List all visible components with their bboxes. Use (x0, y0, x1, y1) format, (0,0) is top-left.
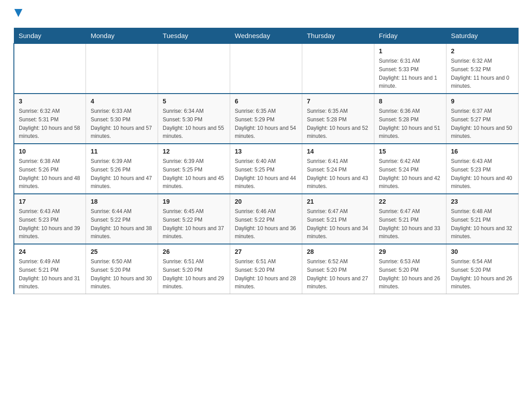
calendar-cell: 2Sunrise: 6:32 AM Sunset: 5:32 PM Daylig… (446, 43, 519, 94)
day-info: Sunrise: 6:47 AM Sunset: 5:21 PM Dayligh… (307, 208, 368, 240)
calendar-cell: 10Sunrise: 6:38 AM Sunset: 5:26 PM Dayli… (14, 144, 86, 194)
calendar-week-row: 10Sunrise: 6:38 AM Sunset: 5:26 PM Dayli… (14, 144, 519, 194)
calendar-cell: 8Sunrise: 6:36 AM Sunset: 5:28 PM Daylig… (374, 94, 446, 144)
day-info: Sunrise: 6:50 AM Sunset: 5:20 PM Dayligh… (90, 258, 152, 290)
calendar-cell: 23Sunrise: 6:48 AM Sunset: 5:21 PM Dayli… (446, 194, 519, 244)
calendar-cell: 27Sunrise: 6:51 AM Sunset: 5:20 PM Dayli… (230, 244, 302, 294)
calendar-table: SundayMondayTuesdayWednesdayThursdayFrid… (13, 28, 519, 294)
day-number: 5 (163, 97, 225, 106)
logo-triangle-icon (14, 9, 22, 17)
day-info: Sunrise: 6:40 AM Sunset: 5:25 PM Dayligh… (235, 158, 296, 189)
day-info: Sunrise: 6:36 AM Sunset: 5:28 PM Dayligh… (379, 108, 440, 139)
day-number: 8 (379, 97, 442, 106)
day-info: Sunrise: 6:39 AM Sunset: 5:26 PM Dayligh… (90, 158, 152, 189)
calendar-cell: 6Sunrise: 6:35 AM Sunset: 5:29 PM Daylig… (230, 94, 302, 144)
calendar-cell: 15Sunrise: 6:42 AM Sunset: 5:24 PM Dayli… (374, 144, 446, 194)
day-number: 26 (163, 247, 225, 257)
calendar-cell: 24Sunrise: 6:49 AM Sunset: 5:21 PM Dayli… (14, 244, 86, 294)
day-number: 13 (235, 147, 297, 156)
page-header (13, 9, 519, 19)
calendar-week-row: 17Sunrise: 6:43 AM Sunset: 5:23 PM Dayli… (14, 194, 519, 244)
day-info: Sunrise: 6:51 AM Sunset: 5:20 PM Dayligh… (163, 258, 224, 290)
calendar-cell: 28Sunrise: 6:52 AM Sunset: 5:20 PM Dayli… (302, 244, 374, 294)
day-number: 1 (379, 47, 442, 56)
calendar-cell: 5Sunrise: 6:34 AM Sunset: 5:30 PM Daylig… (158, 94, 230, 144)
calendar-cell: 29Sunrise: 6:53 AM Sunset: 5:20 PM Dayli… (374, 244, 446, 294)
calendar-cell: 20Sunrise: 6:46 AM Sunset: 5:22 PM Dayli… (230, 194, 302, 244)
calendar-cell: 30Sunrise: 6:54 AM Sunset: 5:20 PM Dayli… (446, 244, 519, 294)
calendar-cell (14, 43, 86, 94)
calendar-cell: 1Sunrise: 6:31 AM Sunset: 5:33 PM Daylig… (374, 43, 446, 94)
calendar-cell: 19Sunrise: 6:45 AM Sunset: 5:22 PM Dayli… (158, 194, 230, 244)
day-info: Sunrise: 6:35 AM Sunset: 5:29 PM Dayligh… (235, 108, 296, 139)
calendar-cell: 9Sunrise: 6:37 AM Sunset: 5:27 PM Daylig… (446, 94, 519, 144)
day-info: Sunrise: 6:53 AM Sunset: 5:20 PM Dayligh… (379, 258, 440, 290)
logo (13, 9, 22, 19)
calendar-cell: 17Sunrise: 6:43 AM Sunset: 5:23 PM Dayli… (14, 194, 86, 244)
column-header-thursday: Thursday (302, 28, 374, 44)
calendar-cell: 14Sunrise: 6:41 AM Sunset: 5:24 PM Dayli… (302, 144, 374, 194)
day-number: 20 (235, 197, 297, 206)
calendar-week-row: 3Sunrise: 6:32 AM Sunset: 5:31 PM Daylig… (14, 94, 519, 144)
svg-marker-0 (14, 9, 22, 17)
day-number: 12 (163, 147, 225, 156)
calendar-cell: 12Sunrise: 6:39 AM Sunset: 5:25 PM Dayli… (158, 144, 230, 194)
day-number: 14 (307, 147, 369, 156)
day-number: 28 (307, 247, 369, 257)
day-info: Sunrise: 6:49 AM Sunset: 5:21 PM Dayligh… (19, 258, 80, 290)
day-info: Sunrise: 6:34 AM Sunset: 5:30 PM Dayligh… (163, 108, 224, 139)
day-info: Sunrise: 6:42 AM Sunset: 5:24 PM Dayligh… (379, 158, 440, 189)
day-number: 15 (379, 147, 442, 156)
day-number: 19 (163, 197, 225, 206)
day-info: Sunrise: 6:41 AM Sunset: 5:24 PM Dayligh… (307, 158, 368, 189)
day-number: 11 (90, 147, 153, 156)
day-info: Sunrise: 6:38 AM Sunset: 5:26 PM Dayligh… (19, 158, 80, 189)
day-info: Sunrise: 6:37 AM Sunset: 5:27 PM Dayligh… (451, 108, 512, 139)
calendar-cell: 25Sunrise: 6:50 AM Sunset: 5:20 PM Dayli… (86, 244, 158, 294)
calendar-cell: 18Sunrise: 6:44 AM Sunset: 5:22 PM Dayli… (86, 194, 158, 244)
day-number: 16 (451, 147, 514, 156)
day-number: 22 (379, 197, 442, 206)
day-info: Sunrise: 6:43 AM Sunset: 5:23 PM Dayligh… (451, 158, 512, 189)
calendar-cell: 3Sunrise: 6:32 AM Sunset: 5:31 PM Daylig… (14, 94, 86, 144)
day-info: Sunrise: 6:33 AM Sunset: 5:30 PM Dayligh… (90, 108, 152, 139)
calendar-cell (230, 43, 302, 94)
day-info: Sunrise: 6:32 AM Sunset: 5:31 PM Dayligh… (19, 108, 80, 139)
column-header-monday: Monday (86, 28, 158, 44)
day-info: Sunrise: 6:35 AM Sunset: 5:28 PM Dayligh… (307, 108, 368, 139)
day-number: 18 (90, 197, 153, 206)
day-info: Sunrise: 6:47 AM Sunset: 5:21 PM Dayligh… (379, 208, 440, 240)
column-header-sunday: Sunday (14, 28, 86, 44)
day-info: Sunrise: 6:32 AM Sunset: 5:32 PM Dayligh… (451, 58, 509, 89)
calendar-cell: 26Sunrise: 6:51 AM Sunset: 5:20 PM Dayli… (158, 244, 230, 294)
day-info: Sunrise: 6:51 AM Sunset: 5:20 PM Dayligh… (235, 258, 296, 290)
day-number: 23 (451, 197, 514, 206)
calendar-cell: 22Sunrise: 6:47 AM Sunset: 5:21 PM Dayli… (374, 194, 446, 244)
calendar-cell: 4Sunrise: 6:33 AM Sunset: 5:30 PM Daylig… (86, 94, 158, 144)
day-number: 4 (90, 97, 153, 106)
calendar-cell: 16Sunrise: 6:43 AM Sunset: 5:23 PM Dayli… (446, 144, 519, 194)
day-info: Sunrise: 6:54 AM Sunset: 5:20 PM Dayligh… (451, 258, 512, 290)
day-number: 30 (451, 247, 514, 257)
column-header-tuesday: Tuesday (158, 28, 230, 44)
day-number: 10 (19, 147, 81, 156)
day-number: 7 (307, 97, 369, 106)
day-info: Sunrise: 6:43 AM Sunset: 5:23 PM Dayligh… (19, 208, 80, 240)
calendar-week-row: 1Sunrise: 6:31 AM Sunset: 5:33 PM Daylig… (14, 43, 519, 94)
calendar-header-row: SundayMondayTuesdayWednesdayThursdayFrid… (14, 28, 519, 44)
day-number: 2 (451, 47, 514, 56)
day-number: 17 (19, 197, 81, 206)
calendar-cell: 11Sunrise: 6:39 AM Sunset: 5:26 PM Dayli… (86, 144, 158, 194)
column-header-friday: Friday (374, 28, 446, 44)
day-info: Sunrise: 6:52 AM Sunset: 5:20 PM Dayligh… (307, 258, 368, 290)
day-info: Sunrise: 6:39 AM Sunset: 5:25 PM Dayligh… (163, 158, 224, 189)
column-header-saturday: Saturday (446, 28, 519, 44)
day-number: 21 (307, 197, 369, 206)
calendar-cell (86, 43, 158, 94)
day-info: Sunrise: 6:45 AM Sunset: 5:22 PM Dayligh… (163, 208, 224, 240)
calendar-cell (302, 43, 374, 94)
calendar-cell (158, 43, 230, 94)
day-info: Sunrise: 6:48 AM Sunset: 5:21 PM Dayligh… (451, 208, 512, 240)
day-number: 27 (235, 247, 297, 257)
calendar-cell: 7Sunrise: 6:35 AM Sunset: 5:28 PM Daylig… (302, 94, 374, 144)
